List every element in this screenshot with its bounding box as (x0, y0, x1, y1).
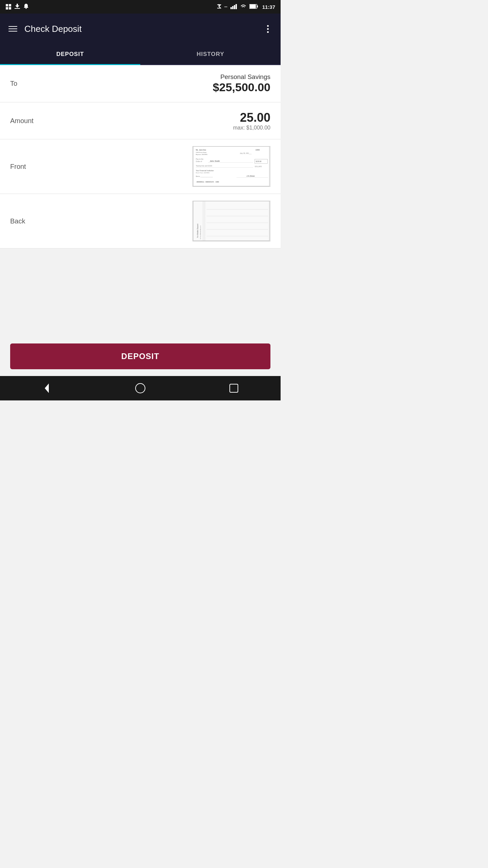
amount-value: 25.00 (71, 111, 270, 125)
deposit-button-wrapper: Deposit (0, 337, 281, 376)
amount-max: max: $1,000.00 (71, 125, 270, 131)
back-button[interactable] (37, 378, 57, 398)
svg-text:John Smith: John Smith (210, 160, 220, 162)
recents-button[interactable] (224, 378, 244, 398)
page-title: Check Deposit (24, 24, 262, 34)
deposit-button[interactable]: Deposit (10, 343, 270, 369)
svg-text:To Your Mobile Account: To Your Mobile Account (200, 225, 201, 239)
svg-rect-7 (25, 8, 27, 9)
back-label: Back (10, 217, 71, 225)
svg-point-50 (136, 383, 145, 393)
grid-icon (5, 4, 12, 10)
to-row: To Personal Savings $25,500.00 (0, 65, 281, 102)
tabs-container: DEPOSIT HISTORY (0, 44, 281, 65)
svg-text:For Mobile Deposit: For Mobile Deposit (197, 223, 199, 238)
signal-icon (230, 4, 237, 10)
amount-label: Amount (10, 117, 71, 125)
svg-text:$ 25.00: $ 25.00 (256, 161, 262, 162)
time-display: 11:37 (262, 4, 275, 10)
minus-icon: − (224, 3, 228, 11)
svg-text:Order of: Order of (196, 161, 202, 162)
svg-rect-12 (236, 4, 237, 9)
tab-deposit[interactable]: DEPOSIT (0, 44, 140, 64)
svg-text:DOLLARS: DOLLARS (255, 166, 262, 167)
svg-text:Beach Town, CA 90001: Beach Town, CA 90001 (196, 172, 210, 174)
home-button[interactable] (130, 378, 150, 398)
to-label: To (10, 80, 71, 87)
more-options-button[interactable] (262, 23, 274, 35)
front-label: Front (10, 163, 71, 171)
svg-text:Twenty-five and 0/100: Twenty-five and 0/100 (196, 165, 212, 167)
svg-rect-11 (234, 5, 235, 9)
amount-row: Amount 25.00 max: $1,000.00 (0, 102, 281, 139)
svg-text:1234 Some Street: 1234 Some Street (196, 152, 207, 153)
download-icon (14, 3, 20, 11)
svg-rect-5 (17, 4, 18, 6)
tab-history[interactable]: HISTORY (140, 44, 281, 64)
front-image-wrapper[interactable]: Ms. Jane Doe 1234 Some Street Anytown, C… (78, 146, 270, 187)
svg-rect-10 (232, 6, 233, 9)
svg-text:1000: 1000 (255, 149, 260, 151)
svg-text:Memo _______________: Memo _______________ (196, 176, 213, 177)
amount-value-container[interactable]: 25.00 max: $1,000.00 (71, 111, 270, 131)
history-tab-label: HISTORY (197, 51, 224, 58)
back-image-wrapper[interactable]: For Mobile Deposit To Your Mobile Accoun… (78, 201, 270, 241)
deposit-tab-label: DEPOSIT (56, 51, 84, 58)
status-bar-left (5, 3, 29, 11)
svg-rect-38 (193, 201, 270, 241)
back-check-image[interactable]: For Mobile Deposit To Your Mobile Accoun… (192, 201, 270, 241)
wifi-icon (240, 4, 247, 10)
account-balance: $25,500.00 (71, 81, 270, 94)
svg-rect-51 (230, 384, 238, 392)
front-check-image[interactable]: Ms. Jane Doe 1234 Some Street Anytown, C… (192, 146, 270, 187)
app-bar: Check Deposit (0, 14, 281, 44)
bluetooth-icon (217, 3, 221, 11)
bottom-nav (0, 376, 281, 400)
form-content: To Personal Savings $25,500.00 Amount 25… (0, 65, 281, 249)
svg-text::0000001⑆: 000003529: 1000: :0000001⑆: 000003529: 1000 (196, 181, 219, 183)
account-name: Personal Savings (71, 73, 270, 81)
svg-rect-9 (230, 7, 232, 9)
notifications-icon (23, 3, 29, 11)
svg-rect-1 (9, 4, 11, 6)
svg-text:Ms. Jane Doe: Ms. Jane Doe (196, 149, 206, 151)
svg-rect-2 (6, 7, 8, 9)
svg-text:July 29, 200___: July 29, 200___ (240, 153, 252, 154)
svg-text:J.A.Done: J.A.Done (246, 175, 255, 177)
menu-button[interactable] (7, 23, 19, 35)
svg-text:Your Financial Institution: Your Financial Institution (196, 170, 214, 172)
front-row: Front Ms. Jane Doe 1234 Some Street Anyt… (0, 139, 281, 194)
svg-rect-0 (6, 4, 8, 6)
svg-rect-15 (250, 4, 256, 8)
back-row: Back For Mobile Deposit To Your Mobile A… (0, 194, 281, 249)
status-bar-right: − 11:37 (217, 3, 275, 11)
svg-rect-3 (9, 7, 11, 9)
gray-spacer (0, 249, 281, 337)
svg-rect-14 (257, 5, 258, 7)
svg-text:Pay to the: Pay to the (196, 158, 203, 160)
battery-icon (249, 4, 258, 10)
to-value[interactable]: Personal Savings $25,500.00 (71, 73, 270, 94)
status-bar: − 11:37 (0, 0, 281, 14)
svg-rect-6 (15, 8, 20, 9)
svg-text:Anytown, CA 90001: Anytown, CA 90001 (196, 154, 207, 155)
svg-marker-49 (45, 383, 49, 393)
